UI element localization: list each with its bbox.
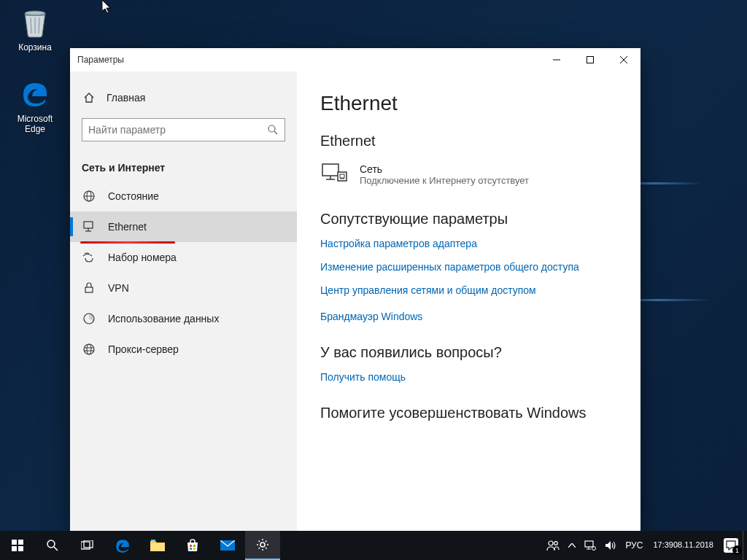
ethernet-icon	[82, 220, 96, 233]
search-icon	[267, 124, 279, 136]
svg-point-18	[84, 344, 94, 354]
settings-window: Параметры Главная Сеть и Интернет Состоя…	[70, 48, 640, 531]
taskbar-app-edge[interactable]	[105, 531, 140, 560]
link-firewall[interactable]: Брандмауэр Windows	[320, 311, 617, 322]
sidebar-item-data-usage[interactable]: Использование данных	[70, 303, 297, 334]
desktop-icon-recycle-bin[interactable]: Корзина	[7, 4, 63, 52]
sidebar-item-vpn[interactable]: VPN	[70, 273, 297, 303]
sidebar: Главная Сеть и Интернет Состояние Ethern…	[70, 71, 297, 531]
sidebar-item-label: Набор номера	[108, 252, 177, 263]
clock-date: 08.11.2018	[673, 540, 713, 550]
link-network-center[interactable]: Центр управления сетями и общим доступом	[320, 284, 617, 296]
svg-rect-32	[12, 546, 17, 551]
taskbar: РУС 17:39 08.11.2018	[0, 531, 747, 560]
recycle-bin-icon	[18, 4, 53, 39]
sidebar-item-status[interactable]: Состояние	[70, 181, 297, 211]
svg-point-34	[47, 540, 55, 548]
home-icon	[82, 92, 96, 104]
svg-rect-41	[193, 545, 196, 547]
show-desktop-button[interactable]	[743, 531, 747, 560]
tray-volume-icon[interactable]	[600, 531, 621, 560]
network-icon	[320, 160, 349, 189]
svg-rect-42	[190, 548, 192, 550]
home-button[interactable]: Главная	[70, 86, 297, 109]
notification-icon	[724, 538, 738, 553]
svg-point-51	[592, 547, 596, 551]
data-usage-icon	[82, 312, 96, 325]
sidebar-item-label: Прокси-сервер	[108, 343, 179, 355]
taskbar-search[interactable]	[35, 531, 70, 560]
start-button[interactable]	[0, 531, 35, 560]
sidebar-item-label: Использование данных	[108, 313, 219, 324]
search-input[interactable]	[82, 118, 285, 141]
taskbar-app-explorer[interactable]	[140, 531, 175, 560]
section-heading: Помогите усовершенствовать Windows	[320, 405, 617, 421]
window-title: Параметры	[77, 55, 124, 65]
svg-rect-22	[322, 164, 338, 176]
svg-point-0	[25, 11, 45, 15]
svg-point-46	[549, 541, 553, 545]
desktop-icon-label: Корзина	[7, 42, 63, 52]
svg-rect-5	[587, 57, 594, 63]
svg-point-45	[260, 542, 265, 547]
tray-people[interactable]	[542, 531, 564, 560]
page-title: Ethernet	[320, 92, 617, 115]
svg-rect-33	[18, 546, 23, 551]
svg-rect-38	[150, 543, 165, 551]
close-button[interactable]	[607, 48, 640, 71]
maximize-button[interactable]	[573, 48, 607, 71]
svg-line-9	[274, 131, 277, 134]
proxy-icon	[82, 343, 96, 356]
dialup-icon	[82, 251, 96, 264]
home-label: Главная	[107, 92, 145, 104]
tray-clock[interactable]: 17:39 08.11.2018	[647, 531, 719, 560]
cursor-icon	[102, 0, 114, 15]
clock-time: 17:39	[653, 540, 673, 550]
tray-network-icon[interactable]	[580, 531, 600, 560]
svg-rect-25	[338, 172, 347, 181]
sidebar-item-label: Состояние	[108, 190, 159, 202]
svg-point-47	[554, 542, 558, 545]
section-heading: У вас появились вопросы?	[320, 344, 617, 361]
svg-rect-39	[151, 540, 155, 541]
minimize-button[interactable]	[540, 48, 573, 71]
link-adapter-settings[interactable]: Настройка параметров адаптера	[320, 238, 617, 249]
titlebar[interactable]: Параметры	[70, 48, 640, 71]
svg-rect-16	[85, 287, 93, 292]
link-advanced-sharing[interactable]: Изменение расширенных параметров общего …	[320, 261, 617, 273]
sidebar-item-label: VPN	[108, 282, 129, 294]
sidebar-item-proxy[interactable]: Прокси-сервер	[70, 334, 297, 365]
vpn-icon	[82, 281, 96, 295]
tray-expand-icon[interactable]	[564, 531, 580, 560]
tray-language[interactable]: РУС	[621, 531, 647, 560]
svg-line-35	[54, 547, 58, 551]
status-icon	[82, 190, 96, 203]
svg-rect-13	[84, 222, 93, 228]
tray-notifications[interactable]	[719, 531, 743, 560]
category-title: Сеть и Интернет	[70, 156, 297, 181]
sidebar-item-dialup[interactable]: Набор номера	[70, 242, 297, 273]
desktop-icon-label: Microsoft Edge	[7, 114, 63, 134]
network-item[interactable]: Сеть Подключение к Интернету отсутствует	[320, 160, 617, 189]
taskbar-app-store[interactable]	[175, 531, 210, 560]
edge-icon	[18, 76, 53, 111]
task-view-button[interactable]	[70, 531, 105, 560]
sidebar-item-ethernet[interactable]: Ethernet	[70, 211, 297, 242]
taskbar-app-settings[interactable]	[245, 531, 280, 560]
desktop-icon-edge[interactable]: Microsoft Edge	[7, 76, 63, 134]
sidebar-item-label: Ethernet	[108, 221, 147, 233]
content-pane: Ethernet Ethernet Сеть Подключение к Инт…	[297, 71, 640, 531]
section-heading: Ethernet	[320, 133, 617, 149]
svg-point-19	[87, 344, 91, 354]
svg-rect-48	[585, 541, 593, 547]
svg-rect-43	[193, 548, 196, 550]
svg-rect-31	[18, 540, 23, 545]
svg-rect-40	[190, 545, 192, 547]
svg-point-8	[268, 125, 275, 132]
link-get-help[interactable]: Получить помощь	[320, 371, 617, 383]
svg-rect-30	[12, 540, 17, 545]
taskbar-app-mail[interactable]	[210, 531, 245, 560]
section-heading: Сопутствующие параметры	[320, 211, 617, 228]
network-status: Подключение к Интернету отсутствует	[360, 175, 529, 186]
search-field[interactable]	[88, 124, 267, 136]
